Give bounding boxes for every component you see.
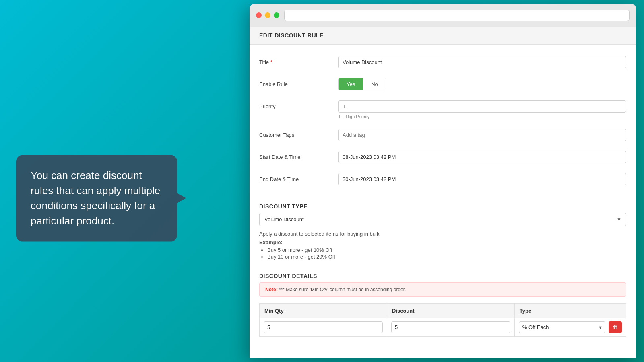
note-label: Note: — [265, 287, 278, 292]
end-date-input[interactable] — [338, 173, 626, 185]
discount-cell — [387, 318, 514, 337]
list-item: Buy 10 or more - get 20% Off — [267, 254, 626, 260]
start-date-label: Start Date & Time — [259, 151, 332, 160]
examples-list: Buy 5 or more - get 10% Off Buy 10 or mo… — [259, 247, 626, 260]
note-text: *** Make sure 'Min Qty' column must be i… — [279, 287, 406, 292]
enable-rule-row: Enable Rule Yes No — [259, 73, 626, 95]
close-button-icon[interactable] — [256, 12, 262, 18]
maximize-button-icon[interactable] — [274, 12, 279, 18]
start-date-input[interactable] — [338, 151, 626, 163]
discount-type-header: DISCOUNT TYPE — [250, 197, 636, 213]
traffic-lights — [256, 12, 279, 18]
edit-discount-rule-header: EDIT DISCOUNT RULE — [250, 27, 636, 45]
table-header-row: Min Qty Discount Type — [260, 304, 626, 318]
discount-details-header: DISCOUNT DETAILS — [250, 266, 636, 282]
list-item: Buy 5 or more - get 10% Off — [267, 247, 626, 253]
enable-rule-toggle-group: Yes No — [338, 78, 386, 90]
required-star: * — [270, 59, 272, 65]
customer-tags-row: Customer Tags — [259, 124, 626, 146]
end-date-field-wrapper — [338, 173, 626, 185]
discount-description-text: Apply a discount to selected items for b… — [259, 231, 379, 237]
enable-rule-label: Enable Rule — [259, 78, 332, 87]
browser-window: EDIT DISCOUNT RULE Title * Enable Rule Y… — [250, 4, 636, 358]
discount-type-select-wrapper: Volume Discount Fixed Discount Percentag… — [259, 213, 626, 226]
form-body: Title * Enable Rule Yes No P — [250, 45, 636, 197]
col-discount: Discount — [387, 304, 514, 318]
title-label: Title * — [259, 56, 332, 65]
table-body: % Off Each Fixed Amount % Off Total ▼ 🗑 — [260, 318, 626, 337]
priority-row: Priority 1 = High Priority — [259, 95, 626, 124]
discount-input[interactable] — [391, 321, 510, 333]
priority-hint: 1 = High Priority — [338, 114, 626, 119]
example-label: Example: — [259, 239, 626, 245]
delete-row-button[interactable]: 🗑 — [609, 321, 622, 333]
page-content: EDIT DISCOUNT RULE Title * Enable Rule Y… — [250, 27, 636, 358]
type-cell: % Off Each Fixed Amount % Off Total ▼ 🗑 — [514, 318, 626, 337]
discount-table: Min Qty Discount Type % — [259, 303, 626, 337]
table-header: Min Qty Discount Type — [260, 304, 626, 318]
priority-label: Priority — [259, 100, 332, 109]
callout-text: You can create discount rules that can a… — [31, 169, 160, 227]
col-type: Type — [514, 304, 626, 318]
discount-type-description: Apply a discount to selected items for b… — [259, 231, 626, 260]
title-row: Title * — [259, 51, 626, 73]
customer-tags-input[interactable] — [338, 129, 626, 141]
enable-yes-button[interactable]: Yes — [339, 78, 363, 90]
type-select[interactable]: % Off Each Fixed Amount % Off Total — [519, 321, 605, 333]
type-select-wrapper: % Off Each Fixed Amount % Off Total ▼ 🗑 — [519, 321, 622, 333]
note-box: Note: *** Make sure 'Min Qty' column mus… — [259, 282, 626, 297]
callout-box: You can create discount rules that can a… — [16, 155, 177, 242]
end-date-row: End Date & Time — [259, 168, 626, 190]
col-min-qty: Min Qty — [260, 304, 387, 318]
customer-tags-label: Customer Tags — [259, 129, 332, 138]
address-bar[interactable] — [284, 10, 630, 21]
min-qty-cell — [260, 318, 387, 337]
title-input[interactable] — [338, 56, 626, 68]
start-date-field-wrapper — [338, 151, 626, 163]
discount-type-select[interactable]: Volume Discount Fixed Discount Percentag… — [259, 213, 626, 226]
table-row: % Off Each Fixed Amount % Off Total ▼ 🗑 — [260, 318, 626, 337]
priority-input[interactable] — [338, 100, 626, 113]
priority-field-wrapper: 1 = High Priority — [338, 100, 626, 119]
title-field-wrapper — [338, 56, 626, 68]
browser-chrome — [250, 4, 636, 27]
minimize-button-icon[interactable] — [265, 12, 270, 18]
enable-no-button[interactable]: No — [363, 78, 386, 90]
enable-rule-toggle-wrapper: Yes No — [338, 78, 626, 90]
start-date-row: Start Date & Time — [259, 146, 626, 168]
customer-tags-field-wrapper — [338, 129, 626, 141]
min-qty-input[interactable] — [264, 321, 383, 333]
end-date-label: End Date & Time — [259, 173, 332, 182]
